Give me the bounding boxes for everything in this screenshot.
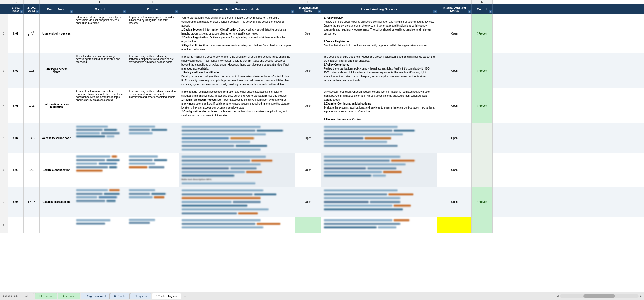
cell-f6[interactable]: [126, 153, 179, 187]
filter-icon-h[interactable]: ▼: [318, 10, 321, 13]
col-header-e[interactable]: E: [74, 0, 126, 4]
cell-c3[interactable]: 9.2.3: [24, 53, 40, 88]
col-header-h[interactable]: H: [295, 0, 321, 4]
cell-c7[interactable]: 12.1.3: [24, 187, 40, 217]
subheader-h[interactable]: Implementation Status ▼: [295, 4, 321, 14]
cell-f2[interactable]: To protect information against the risks…: [126, 14, 179, 53]
cell-k2[interactable]: #Preven: [472, 14, 493, 53]
cell-i6[interactable]: [321, 153, 437, 187]
cell-e3[interactable]: The allocation and use of privileged acc…: [74, 53, 126, 88]
cell-d5[interactable]: Access to source code: [40, 123, 74, 153]
subheader-g[interactable]: Implementation Guidance extended ▼: [179, 4, 295, 14]
nav-next-icon[interactable]: ▶: [11, 294, 13, 298]
filter-icon-c[interactable]: ▼: [36, 10, 39, 13]
cell-i5[interactable]: [321, 123, 437, 153]
cell-i3[interactable]: The goal is to ensure that the privilege…: [321, 53, 437, 88]
filter-icon-g[interactable]: ▼: [291, 10, 294, 13]
cell-j3[interactable]: Open: [437, 53, 472, 88]
filter-icon-i[interactable]: ▼: [433, 10, 437, 13]
cell-h4[interactable]: Open: [295, 88, 321, 123]
cell-k3[interactable]: #Preven: [472, 53, 493, 88]
col-header-f[interactable]: F: [126, 0, 179, 4]
nav-first-icon[interactable]: ◀◀: [2, 294, 6, 298]
cell-g6[interactable]: Make text description MFA:: [179, 153, 295, 187]
tab-physical[interactable]: 7.Physical: [130, 293, 151, 299]
scroll-left-icon[interactable]: ⋮: [553, 294, 555, 298]
tab-organizational[interactable]: 5.Organizational: [81, 293, 110, 299]
cell-b8[interactable]: [8, 217, 24, 233]
cell-h6[interactable]: Open: [295, 153, 321, 187]
cell-i8[interactable]: [321, 217, 437, 233]
cell-j2[interactable]: Open: [437, 14, 472, 53]
cell-c6[interactable]: 9.4.2: [24, 153, 40, 187]
cell-h2[interactable]: Open: [295, 14, 321, 53]
filter-icon-b[interactable]: ▼: [20, 10, 23, 13]
cell-b7[interactable]: 8.06: [8, 187, 24, 217]
scroll-right-btn[interactable]: ▶: [640, 294, 642, 297]
cell-g3[interactable]: In order to maintain a secure environmen…: [179, 53, 295, 88]
cell-b6[interactable]: 8.05: [8, 153, 24, 187]
subheader-k[interactable]: Control ▼: [472, 4, 493, 14]
cell-e8[interactable]: [74, 217, 126, 233]
cell-j7[interactable]: Open: [437, 187, 472, 217]
subheader-j[interactable]: Internal Auditing Status ▼: [437, 4, 472, 14]
tab-intro[interactable]: Intro: [21, 293, 34, 299]
subheader-i[interactable]: Internal Auditing Guidance ▼: [321, 4, 437, 14]
cell-b2[interactable]: 8.01: [8, 14, 24, 53]
nav-prev-icon[interactable]: ◀: [7, 294, 9, 298]
tab-technological[interactable]: 8.Technological: [152, 293, 181, 299]
cell-b3[interactable]: 8.02: [8, 53, 24, 88]
scrollbar-thumb[interactable]: [583, 294, 615, 298]
cell-k7[interactable]: #Preven: [472, 187, 493, 217]
cell-h8[interactable]: [295, 217, 321, 233]
filter-icon-k[interactable]: ▼: [489, 10, 492, 13]
cell-d8[interactable]: [40, 217, 74, 233]
horizontal-scrollbar[interactable]: [560, 294, 639, 298]
cell-i2[interactable]: 1.Policy Review Review the topic-specifi…: [321, 14, 437, 53]
cell-f4[interactable]: To ensure only authorized access and to …: [126, 88, 179, 123]
cell-d3[interactable]: Privileged access rights: [40, 53, 74, 88]
cell-i7[interactable]: [321, 187, 437, 217]
cell-f5[interactable]: [126, 123, 179, 153]
cell-j4[interactable]: Open: [437, 88, 472, 123]
col-header-g[interactable]: G: [179, 0, 295, 4]
subheader-f[interactable]: Purpose ▼: [126, 4, 179, 14]
cell-e2[interactable]: Information stored on, processed by or a…: [74, 14, 126, 53]
col-header-j[interactable]: J: [437, 0, 472, 4]
cell-g2[interactable]: Your organization should establish and c…: [179, 14, 295, 53]
subheader-e[interactable]: Control ▼: [74, 4, 126, 14]
sheet-nav-arrows[interactable]: ◀◀ ◀ ▶ ▶▶: [2, 294, 18, 298]
cell-c8[interactable]: [24, 217, 40, 233]
col-header-d[interactable]: D: [40, 0, 74, 4]
filter-icon-e[interactable]: ▼: [123, 10, 126, 13]
filter-icon-f[interactable]: ▼: [175, 10, 178, 13]
scroll-left-btn[interactable]: ◀: [557, 294, 559, 297]
col-header-i[interactable]: I: [321, 0, 437, 4]
cell-f8[interactable]: [126, 217, 179, 233]
col-header-k[interactable]: K: [472, 0, 493, 4]
cell-e5[interactable]: [74, 123, 126, 153]
cell-d4[interactable]: Information access restriction: [40, 88, 74, 123]
cell-d7[interactable]: Capacity management: [40, 187, 74, 217]
cell-j6[interactable]: Open: [437, 153, 472, 187]
cell-e7[interactable]: [74, 187, 126, 217]
cell-h5[interactable]: Open: [295, 123, 321, 153]
cell-h7[interactable]: Open: [295, 187, 321, 217]
cell-e4[interactable]: Access to information and other associat…: [74, 88, 126, 123]
nav-last-icon[interactable]: ▶▶: [14, 294, 18, 298]
cell-f3[interactable]: To ensure only authorized users, softwar…: [126, 53, 179, 88]
cell-j5[interactable]: Open: [437, 123, 472, 153]
cell-k4[interactable]: #Preven: [472, 88, 493, 123]
filter-icon-j[interactable]: ▼: [468, 10, 471, 13]
cell-g8[interactable]: [179, 217, 295, 233]
tab-information[interactable]: Information: [35, 293, 57, 299]
subheader-b[interactable]: 27002 2022 ▼: [8, 4, 24, 14]
cell-i4[interactable]: erify Access Restriction: Check if acces…: [321, 88, 437, 123]
cell-d2[interactable]: User endpoint devices: [40, 14, 74, 53]
cell-g5[interactable]: [179, 123, 295, 153]
cell-k8[interactable]: [472, 217, 493, 233]
col-header-b[interactable]: B: [8, 0, 24, 4]
subheader-c[interactable]: 27002 2013 ▼: [24, 4, 40, 14]
filter-icon-d[interactable]: ▼: [70, 10, 73, 13]
cell-e6[interactable]: [74, 153, 126, 187]
